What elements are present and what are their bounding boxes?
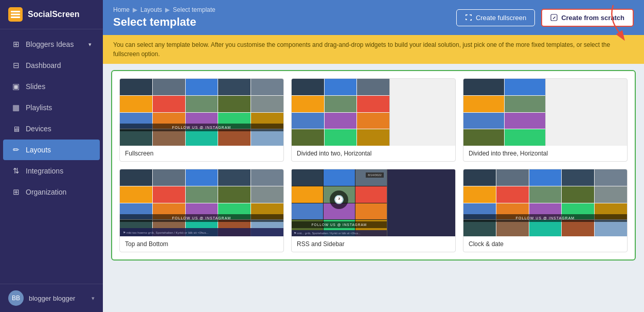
topbar-left: Home ▶ Layouts ▶ Select template Select … — [113, 6, 216, 29]
template-label-two-h: Divided into two, Horizontal — [292, 146, 455, 161]
playlists-icon: ▦ — [11, 103, 21, 112]
sidebar-item-label: Playlists — [26, 103, 52, 112]
svg-rect-0 — [11, 11, 20, 12]
sidebar-item-label: Devices — [26, 125, 51, 133]
template-card-two-h[interactable]: Divided into two, Horizontal — [291, 78, 456, 162]
template-label-rss: RSS and Sidebar — [292, 236, 455, 252]
sidebar-item-label: Layouts — [26, 146, 51, 154]
breadcrumb-layouts[interactable]: Layouts — [140, 6, 162, 13]
pencil-square-icon — [550, 14, 558, 21]
dashboard-icon: ⊟ — [11, 61, 21, 70]
template-label-clock: Clock & date — [463, 236, 627, 252]
fullscreen-button-label: Create fullscreen — [476, 14, 526, 22]
sidebar-item-playlists[interactable]: ▦ Playlists — [3, 97, 100, 118]
slides-icon: ▣ — [11, 82, 21, 91]
template-card-top-bottom[interactable]: FOLLOW US @ INSTAGRAM ⚑ rnkt too hoerno … — [119, 169, 284, 252]
sidebar-item-slides[interactable]: ▣ Slides — [3, 76, 100, 97]
sidebar-item-dashboard[interactable]: ⊟ Dashboard — [3, 55, 100, 76]
svg-rect-2 — [11, 16, 20, 18]
sidebar-item-label: Bloggers Ideas — [26, 40, 74, 48]
templates-grid: FOLLOW US @ INSTAGRAM Fullscreen — [119, 78, 628, 252]
sidebar-item-label: Slides — [26, 82, 45, 91]
sidebar: SocialScreen ⊞ Bloggers Ideas ▾ ⊟ Dashbo… — [0, 0, 103, 312]
devices-icon: 🖥 — [11, 124, 21, 133]
fullscreen-icon — [465, 14, 472, 21]
integrations-icon: ⇅ — [11, 166, 21, 176]
sidebar-item-devices[interactable]: 🖥 Devices — [3, 118, 100, 139]
template-card-rss[interactable]: 🕐 FOLLOW US @ INSTAGRAM 8/14/0022 ⚑ rnkt… — [291, 169, 456, 252]
create-from-scratch-button[interactable]: Create from scratch — [541, 9, 634, 27]
scratch-button-label: Create from scratch — [561, 14, 624, 22]
page-title: Select template — [113, 15, 216, 29]
logo-text: SocialScreen — [28, 10, 80, 19]
template-thumb-three-h — [463, 79, 627, 146]
templates-grid-wrapper: FOLLOW US @ INSTAGRAM Fullscreen — [111, 70, 636, 261]
grid-icon: ⊞ — [11, 40, 21, 49]
template-card-clock[interactable]: FOLLOW US @ INSTAGRAM Clock & date — [463, 169, 628, 252]
topbar-actions: Create fullscreen Create from scratch — [456, 9, 634, 27]
breadcrumb-current: Select template — [173, 6, 216, 13]
template-card-three-h[interactable]: Divided into three, Horizontal — [463, 78, 628, 162]
info-banner: You can select any template below. After… — [103, 35, 644, 64]
topbar: Home ▶ Layouts ▶ Select template Select … — [103, 0, 644, 35]
sidebar-item-label: Integrations — [26, 167, 63, 175]
org-icon: ⊞ — [11, 187, 21, 197]
sidebar-navigation: ⊞ Bloggers Ideas ▾ ⊟ Dashboard ▣ Slides … — [0, 29, 103, 284]
create-fullscreen-button[interactable]: Create fullscreen — [456, 9, 535, 26]
template-card-fullscreen[interactable]: FOLLOW US @ INSTAGRAM Fullscreen — [119, 78, 284, 162]
template-label-three-h: Divided into three, Horizontal — [463, 146, 627, 161]
template-thumb-top-bottom: FOLLOW US @ INSTAGRAM ⚑ rnkt too hoerno … — [120, 169, 283, 236]
svg-rect-1 — [11, 14, 20, 15]
breadcrumb-sep1: ▶ — [133, 6, 137, 13]
sidebar-item-label: Organization — [26, 188, 66, 196]
template-thumb-clock: FOLLOW US @ INSTAGRAM — [463, 169, 627, 236]
template-thumb-two-h — [292, 79, 455, 146]
template-thumb-fullscreen: FOLLOW US @ INSTAGRAM — [120, 79, 283, 146]
template-label-top-bottom: Top and Bottom — [120, 236, 283, 252]
layouts-icon: ✏ — [11, 145, 21, 154]
main-content: Home ▶ Layouts ▶ Select template Select … — [103, 0, 644, 312]
sidebar-item-bloggers-ideas[interactable]: ⊞ Bloggers Ideas ▾ — [3, 34, 100, 55]
chevron-down-icon: ▾ — [88, 41, 92, 48]
sidebar-item-integrations[interactable]: ⇅ Integrations — [3, 161, 100, 181]
sidebar-item-layouts[interactable]: ✏ Layouts — [3, 140, 100, 160]
user-profile[interactable]: BB blogger blogger ▾ — [0, 284, 103, 312]
breadcrumb-sep2: ▶ — [165, 6, 170, 13]
user-name: blogger blogger — [29, 294, 75, 302]
chevron-up-icon: ▾ — [92, 295, 95, 302]
topbar-wrapper: Home ▶ Layouts ▶ Select template Select … — [103, 0, 644, 35]
sidebar-item-label: Dashboard — [26, 61, 61, 70]
sidebar-item-organization[interactable]: ⊞ Organization — [3, 182, 100, 202]
template-label-fullscreen: Fullscreen — [120, 146, 283, 161]
breadcrumb: Home ▶ Layouts ▶ Select template — [113, 6, 216, 13]
templates-area: FOLLOW US @ INSTAGRAM Fullscreen — [103, 64, 644, 312]
logo-icon — [8, 7, 23, 22]
avatar: BB — [8, 290, 24, 306]
sidebar-logo: SocialScreen — [0, 0, 103, 29]
breadcrumb-home[interactable]: Home — [113, 6, 130, 13]
template-thumb-rss: 🕐 FOLLOW US @ INSTAGRAM 8/14/0022 ⚑ rnkt… — [292, 169, 455, 236]
